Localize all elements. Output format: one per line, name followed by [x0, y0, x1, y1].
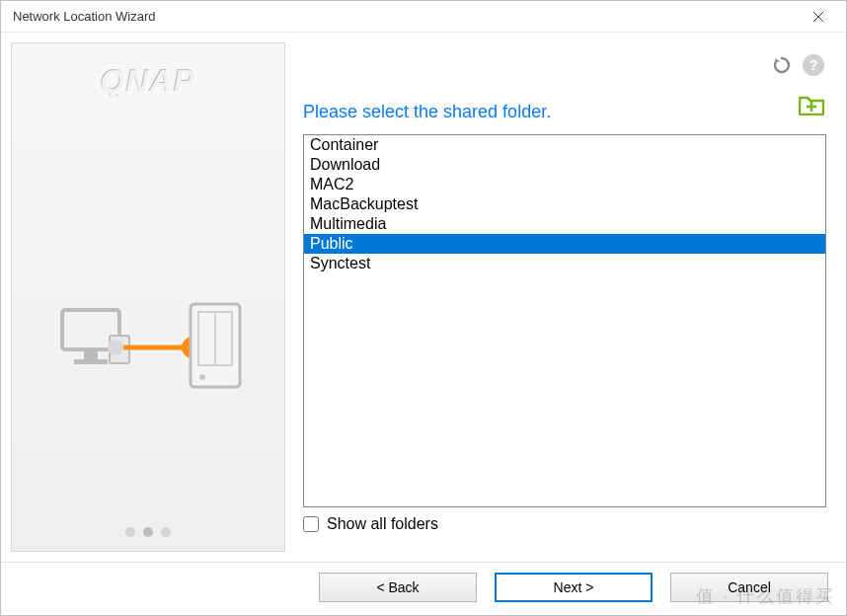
list-item[interactable]: Download [304, 155, 825, 175]
svg-rect-4 [74, 359, 108, 364]
svg-rect-3 [84, 351, 98, 359]
progress-dot-1 [125, 527, 135, 537]
footer: < Back Next > Cancel [1, 562, 846, 615]
list-item[interactable]: Synctest [304, 254, 825, 273]
wizard-window: Network Location Wizard QNAP [0, 0, 847, 616]
refresh-button[interactable] [771, 54, 793, 76]
add-folder-button[interactable] [799, 94, 824, 118]
list-item[interactable]: MacBackuptest [304, 194, 825, 214]
help-icon: ? [809, 57, 818, 73]
sidebar: QNAP [11, 42, 285, 552]
window-title: Network Location Wizard [13, 9, 799, 24]
help-button[interactable]: ? [803, 54, 824, 76]
svg-point-6 [108, 340, 123, 355]
folder-listbox[interactable]: ContainerDownloadMAC2MacBackuptestMultim… [303, 134, 826, 507]
connection-illustration [12, 290, 284, 399]
progress-dot-3 [161, 527, 171, 537]
top-action-bar: ? [771, 54, 824, 76]
show-all-folders-row[interactable]: Show all folders [303, 515, 826, 533]
close-button[interactable] [799, 3, 838, 31]
list-item[interactable]: Public [304, 234, 825, 254]
instruction-text: Please select the shared folder. [303, 102, 826, 122]
next-button[interactable]: Next > [495, 573, 653, 602]
close-icon [812, 11, 824, 23]
add-folder-icon [799, 94, 824, 116]
main-panel: ? Please select the shared folder. Conta… [285, 42, 836, 552]
show-all-checkbox[interactable] [303, 516, 319, 532]
cancel-button[interactable]: Cancel [670, 573, 828, 602]
progress-dot-2 [143, 527, 153, 537]
back-button[interactable]: < Back [319, 573, 477, 602]
show-all-label: Show all folders [327, 515, 438, 533]
titlebar: Network Location Wizard [1, 1, 846, 33]
refresh-icon [772, 55, 792, 75]
list-item[interactable]: Container [304, 135, 825, 155]
list-item[interactable]: Multimedia [304, 214, 825, 234]
qnap-logo: QNAP [101, 63, 195, 100]
progress-dots [12, 527, 284, 537]
svg-point-12 [199, 374, 205, 380]
list-item[interactable]: MAC2 [304, 175, 825, 194]
body: QNAP [1, 33, 846, 562]
